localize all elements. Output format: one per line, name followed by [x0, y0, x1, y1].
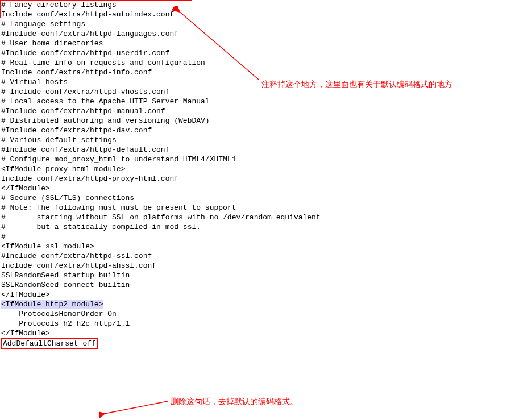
code-line: SSLRandomSeed startup builtin [0, 271, 515, 280]
code-line: Include conf/extra/httpd-proxy-html.conf [0, 174, 515, 184]
code-line: AddDefaultCharset off [0, 338, 515, 349]
annotation-top: 注释掉这个地方，这里面也有关于默认编码格式的地方 [261, 80, 452, 90]
code-line: Protocols h2 h2c http/1.1 [0, 319, 515, 328]
code-line: # Distributed authoring and versioning (… [0, 116, 515, 126]
code-line: ProtocolsHonorOrder On [0, 309, 515, 319]
highlight-box-top [0, 0, 192, 18]
code-line: # Various default settings [0, 135, 515, 145]
code-line: <IfModule proxy_html_module> [0, 164, 515, 174]
arrow-bottom-icon [99, 398, 171, 418]
code-line: SSLRandomSeed connect builtin [0, 280, 515, 290]
code-line: </IfModule> [0, 184, 515, 193]
svg-line-1 [104, 401, 168, 414]
highlight-box-bottom: AddDefaultCharset off [1, 338, 98, 349]
code-line: # but a statically compiled-in mod_ssl. [0, 222, 515, 232]
code-line-selected: <IfModule http2_module> [0, 300, 515, 309]
code-line: </IfModule> [0, 328, 515, 338]
code-line: #Include conf/extra/httpd-dav.conf [0, 126, 515, 135]
code-block: # Fancy directory listings Include conf/… [0, 0, 515, 349]
code-line: # Secure (SSL/TLS) connections [0, 193, 515, 203]
code-line: # Note: The following must must be prese… [0, 203, 515, 213]
code-line: </IfModule> [0, 290, 515, 300]
code-line: <IfModule ssl_module> [0, 242, 515, 251]
code-line: # Real-time info on requests and configu… [0, 58, 515, 68]
code-line: Include conf/extra/httpd-info.conf [0, 68, 515, 77]
code-line: # Local access to the Apache HTTP Server… [0, 97, 515, 106]
code-line: #Include conf/extra/httpd-userdir.conf [0, 48, 515, 58]
code-line: #Include conf/extra/httpd-default.conf [0, 145, 515, 155]
code-line: # [0, 232, 515, 242]
code-line: # Language settings [0, 19, 515, 29]
code-line: Include conf/extra/httpd-ahssl.conf [0, 261, 515, 271]
annotation-bottom: 删除这句话，去掉默认的编码格式。 [171, 397, 298, 407]
code-line: # starting without SSL on platforms with… [0, 213, 515, 222]
code-line: #Include conf/extra/httpd-languages.conf [0, 29, 515, 39]
code-line: # Configure mod_proxy_html to understand… [0, 155, 515, 164]
code-line: #Include conf/extra/httpd-ssl.conf [0, 251, 515, 261]
code-line: # User home directories [0, 39, 515, 48]
code-line: #Include conf/extra/httpd-manual.conf [0, 106, 515, 116]
